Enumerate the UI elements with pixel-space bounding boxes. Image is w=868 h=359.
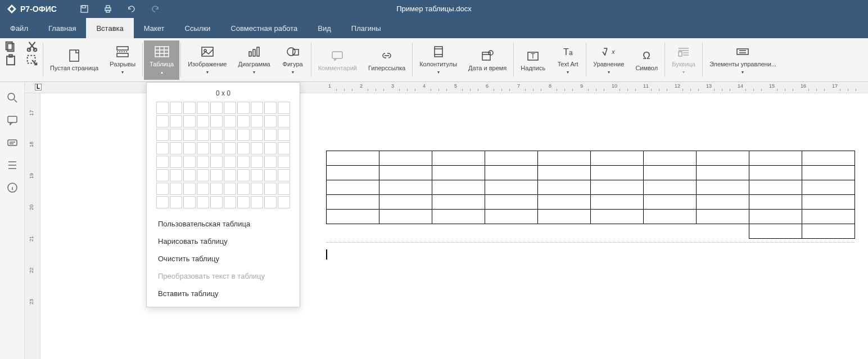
grid-cell[interactable] (156, 196, 169, 208)
grid-cell[interactable] (197, 183, 209, 195)
grid-cell[interactable] (251, 196, 263, 208)
save-icon[interactable] (79, 4, 89, 14)
menu-home[interactable]: Главная (38, 18, 86, 38)
insert-table-item[interactable]: Вставить таблицу (147, 285, 300, 302)
grid-cell[interactable] (264, 129, 277, 141)
textbox-button[interactable]: T Надпись (515, 40, 551, 80)
menu-layout[interactable]: Макет (134, 18, 175, 38)
undo-icon[interactable] (126, 4, 137, 14)
grid-cell[interactable] (156, 183, 169, 195)
grid-cell[interactable] (264, 102, 277, 114)
grid-cell[interactable] (183, 102, 196, 114)
grid-cell[interactable] (183, 129, 196, 141)
grid-cell[interactable] (237, 169, 250, 181)
grid-cell[interactable] (170, 156, 182, 168)
date-time-button[interactable]: Дата и время (463, 40, 512, 80)
info-icon[interactable] (7, 182, 18, 193)
grid-cell[interactable] (224, 115, 236, 128)
menu-plugins[interactable]: Плагины (341, 18, 391, 38)
grid-cell[interactable] (278, 196, 290, 208)
grid-cell[interactable] (224, 142, 236, 154)
grid-cell[interactable] (278, 183, 290, 195)
grid-cell[interactable] (237, 115, 250, 128)
menu-view[interactable]: Вид (308, 18, 341, 38)
shape-button[interactable]: Фигура▾ (276, 40, 310, 80)
blank-page-button[interactable]: Пустая страница (44, 40, 104, 80)
symbol-button[interactable]: Ω Символ (630, 40, 663, 80)
search-icon[interactable] (7, 92, 18, 103)
grid-cell[interactable] (224, 196, 236, 208)
grid-cell[interactable] (197, 102, 209, 114)
grid-cell[interactable] (170, 102, 182, 114)
grid-cell[interactable] (183, 142, 196, 154)
grid-cell[interactable] (224, 156, 236, 168)
hyperlink-button[interactable]: Гиперссылка (363, 40, 411, 80)
grid-cell[interactable] (156, 102, 169, 114)
inserted-table[interactable] (326, 151, 855, 239)
grid-cell[interactable] (237, 156, 250, 168)
grid-cell[interactable] (197, 129, 209, 141)
grid-cell[interactable] (183, 115, 196, 128)
headings-icon[interactable] (7, 160, 18, 171)
grid-cell[interactable] (278, 156, 290, 168)
grid-cell[interactable] (278, 102, 290, 114)
menu-collab[interactable]: Совместная работа (220, 18, 308, 38)
custom-table-item[interactable]: Пользовательская таблица (147, 215, 300, 233)
grid-cell[interactable] (237, 142, 250, 154)
grid-cell[interactable] (210, 196, 223, 208)
breaks-button[interactable]: Разрывы▾ (104, 40, 141, 80)
text-art-button[interactable]: Ta Text Art▾ (551, 40, 585, 80)
comments-icon[interactable] (7, 115, 18, 126)
grid-cell[interactable] (170, 115, 182, 128)
menu-insert[interactable]: Вставка (86, 18, 133, 38)
grid-cell[interactable] (170, 169, 182, 181)
grid-cell[interactable] (264, 142, 277, 154)
chart-button[interactable]: Диаграмма▾ (232, 40, 275, 80)
grid-cell[interactable] (170, 142, 182, 154)
menu-file[interactable]: Файл (0, 18, 38, 38)
grid-cell[interactable] (156, 169, 169, 181)
grid-cell[interactable] (210, 169, 223, 181)
image-button[interactable]: Изображение▾ (182, 40, 232, 80)
draw-table-item[interactable]: Нарисовать таблицу (147, 233, 300, 250)
paste-icon[interactable] (4, 54, 17, 66)
grid-cell[interactable] (210, 115, 223, 128)
grid-cell[interactable] (278, 115, 290, 128)
grid-cell[interactable] (183, 196, 196, 208)
grid-cell[interactable] (224, 129, 236, 141)
grid-cell[interactable] (237, 183, 250, 195)
table-button[interactable]: Таблица▴ (144, 40, 179, 80)
grid-cell[interactable] (237, 196, 250, 208)
grid-cell[interactable] (264, 196, 277, 208)
grid-cell[interactable] (264, 169, 277, 181)
grid-cell[interactable] (197, 156, 209, 168)
grid-cell[interactable] (183, 156, 196, 168)
grid-cell[interactable] (210, 183, 223, 195)
chat-icon[interactable] (7, 137, 18, 148)
grid-cell[interactable] (264, 156, 277, 168)
dropcap-button[interactable]: Буквица▾ (666, 40, 701, 80)
tab-selector[interactable]: L (35, 84, 42, 90)
grid-cell[interactable] (183, 169, 196, 181)
cut-icon[interactable] (26, 40, 38, 53)
grid-cell[interactable] (197, 115, 209, 128)
grid-cell[interactable] (251, 156, 263, 168)
grid-cell[interactable] (251, 102, 263, 114)
grid-cell[interactable] (156, 129, 169, 141)
vertical-ruler[interactable]: 17181920212223 (25, 93, 40, 359)
redo-icon[interactable] (150, 4, 160, 14)
table-size-grid[interactable] (147, 102, 300, 208)
grid-cell[interactable] (278, 129, 290, 141)
grid-cell[interactable] (224, 183, 236, 195)
controls-button[interactable]: Элементы управлени...▾ (704, 40, 782, 80)
grid-cell[interactable] (197, 142, 209, 154)
grid-cell[interactable] (278, 142, 290, 154)
grid-cell[interactable] (170, 196, 182, 208)
grid-cell[interactable] (183, 183, 196, 195)
grid-cell[interactable] (210, 156, 223, 168)
select-icon[interactable] (26, 54, 38, 66)
menu-references[interactable]: Ссылки (175, 18, 221, 38)
grid-cell[interactable] (210, 102, 223, 114)
grid-cell[interactable] (224, 102, 236, 114)
grid-cell[interactable] (197, 169, 209, 181)
